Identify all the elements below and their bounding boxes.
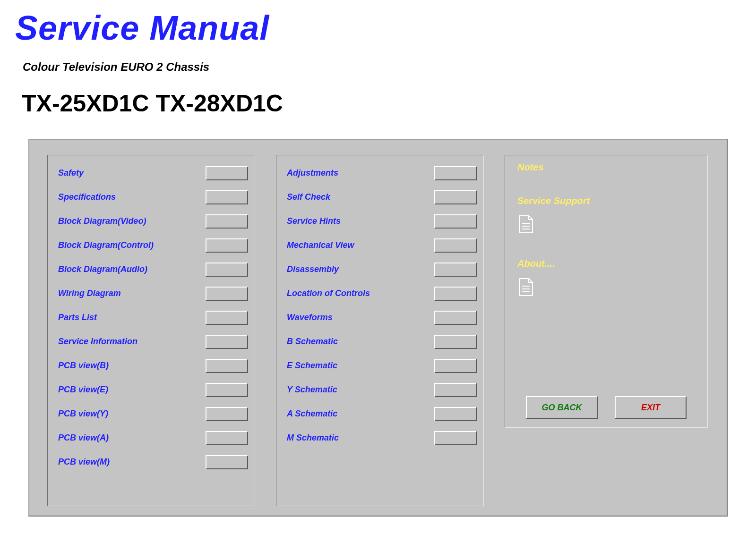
- link-pcb-view-b[interactable]: PCB view(B): [58, 361, 109, 371]
- middle-column: Adjustments Self Check Service Hints Mec…: [276, 155, 484, 506]
- button-service-information[interactable]: [206, 335, 248, 349]
- right-column: Notes Service Support About....: [505, 155, 708, 428]
- row-block-diagram-control: Block Diagram(Control): [58, 234, 248, 256]
- notes-heading: Notes: [517, 162, 698, 173]
- row-pcb-view-b: PCB view(B): [58, 355, 248, 377]
- service-support-section: Service Support: [517, 195, 698, 236]
- button-mechanical-view[interactable]: [434, 238, 477, 253]
- button-pcb-view-e[interactable]: [206, 383, 248, 397]
- link-service-hints[interactable]: Service Hints: [287, 216, 341, 226]
- button-a-schematic[interactable]: [434, 407, 477, 421]
- row-pcb-view-e: PCB view(E): [58, 379, 248, 401]
- button-adjustments[interactable]: [434, 166, 477, 180]
- button-block-diagram-control[interactable]: [206, 238, 248, 253]
- about-section: About....: [517, 258, 698, 298]
- button-b-schematic[interactable]: [434, 335, 477, 349]
- link-block-diagram-video[interactable]: Block Diagram(Video): [58, 216, 146, 226]
- link-block-diagram-audio[interactable]: Block Diagram(Audio): [58, 264, 147, 274]
- row-service-hints: Service Hints: [287, 210, 477, 232]
- button-self-check[interactable]: [434, 190, 477, 204]
- button-disassembly[interactable]: [434, 263, 477, 277]
- button-waveforms[interactable]: [434, 311, 477, 325]
- row-location-of-controls: Location of Controls: [287, 282, 477, 305]
- row-mechanical-view: Mechanical View: [287, 234, 477, 256]
- link-specifications[interactable]: Specifications: [58, 192, 116, 202]
- exit-button[interactable]: EXIT: [615, 396, 687, 419]
- link-wiring-diagram[interactable]: Wiring Diagram: [58, 288, 121, 298]
- row-adjustments: Adjustments: [287, 162, 477, 184]
- service-support-heading: Service Support: [517, 195, 698, 206]
- row-wiring-diagram: Wiring Diagram: [58, 282, 248, 305]
- go-back-label: GO BACK: [542, 403, 582, 413]
- button-m-schematic[interactable]: [434, 431, 477, 445]
- about-heading: About....: [517, 258, 698, 269]
- link-pcb-view-y[interactable]: PCB view(Y): [58, 409, 108, 419]
- nav-buttons: GO BACK EXIT: [526, 396, 687, 419]
- button-parts-list[interactable]: [206, 311, 248, 325]
- link-a-schematic[interactable]: A Schematic: [287, 409, 337, 419]
- button-block-diagram-audio[interactable]: [206, 263, 248, 277]
- exit-label: EXIT: [641, 403, 660, 413]
- link-waveforms[interactable]: Waveforms: [287, 313, 333, 322]
- link-parts-list[interactable]: Parts List: [58, 313, 97, 322]
- link-b-schematic[interactable]: B Schematic: [287, 337, 338, 347]
- button-wiring-diagram[interactable]: [206, 287, 248, 301]
- link-self-check[interactable]: Self Check: [287, 192, 330, 202]
- row-e-schematic: E Schematic: [287, 355, 477, 377]
- button-e-schematic[interactable]: [434, 359, 477, 373]
- link-block-diagram-control[interactable]: Block Diagram(Control): [58, 240, 154, 250]
- button-service-hints[interactable]: [434, 214, 477, 229]
- notes-section: Notes: [517, 162, 698, 173]
- button-pcb-view-y[interactable]: [206, 407, 248, 421]
- button-pcb-view-b[interactable]: [206, 359, 248, 373]
- link-disassembly[interactable]: Disassembly: [287, 264, 339, 274]
- left-column: Safety Specifications Block Diagram(Vide…: [47, 155, 255, 506]
- row-disassembly: Disassembly: [287, 258, 477, 280]
- row-y-schematic: Y Schematic: [287, 379, 477, 401]
- button-pcb-view-m[interactable]: [206, 455, 248, 469]
- document-icon[interactable]: [517, 215, 534, 234]
- row-pcb-view-a: PCB view(A): [58, 427, 248, 449]
- main-panel: Safety Specifications Block Diagram(Vide…: [28, 139, 728, 517]
- model-number: TX-25XD1C TX-28XD1C: [0, 74, 756, 117]
- link-pcb-view-m[interactable]: PCB view(M): [58, 457, 110, 467]
- link-y-schematic[interactable]: Y Schematic: [287, 385, 337, 395]
- document-icon[interactable]: [517, 278, 534, 297]
- row-b-schematic: B Schematic: [287, 331, 477, 353]
- row-block-diagram-video: Block Diagram(Video): [58, 210, 248, 232]
- page-title: Service Manual: [0, 0, 756, 47]
- link-pcb-view-e[interactable]: PCB view(E): [58, 385, 108, 395]
- row-specifications: Specifications: [58, 186, 248, 208]
- row-m-schematic: M Schematic: [287, 427, 477, 449]
- row-pcb-view-y: PCB view(Y): [58, 403, 248, 425]
- row-pcb-view-m: PCB view(M): [58, 451, 248, 473]
- link-adjustments[interactable]: Adjustments: [287, 168, 338, 178]
- row-self-check: Self Check: [287, 186, 477, 208]
- button-specifications[interactable]: [206, 190, 248, 204]
- link-pcb-view-a[interactable]: PCB view(A): [58, 433, 109, 443]
- link-e-schematic[interactable]: E Schematic: [287, 361, 337, 371]
- row-waveforms: Waveforms: [287, 306, 477, 329]
- subtitle: Colour Television EURO 2 Chassis: [0, 47, 756, 74]
- row-service-information: Service Information: [58, 331, 248, 353]
- go-back-button[interactable]: GO BACK: [526, 396, 598, 419]
- link-m-schematic[interactable]: M Schematic: [287, 433, 339, 443]
- button-location-of-controls[interactable]: [434, 287, 477, 301]
- button-pcb-view-a[interactable]: [206, 431, 248, 445]
- row-parts-list: Parts List: [58, 306, 248, 329]
- row-block-diagram-audio: Block Diagram(Audio): [58, 258, 248, 280]
- link-mechanical-view[interactable]: Mechanical View: [287, 240, 354, 250]
- button-y-schematic[interactable]: [434, 383, 477, 397]
- button-block-diagram-video[interactable]: [206, 214, 248, 229]
- button-safety[interactable]: [206, 166, 248, 180]
- row-safety: Safety: [58, 162, 248, 184]
- link-service-information[interactable]: Service Information: [58, 337, 137, 347]
- link-location-of-controls[interactable]: Location of Controls: [287, 288, 370, 298]
- link-safety[interactable]: Safety: [58, 168, 84, 178]
- row-a-schematic: A Schematic: [287, 403, 477, 425]
